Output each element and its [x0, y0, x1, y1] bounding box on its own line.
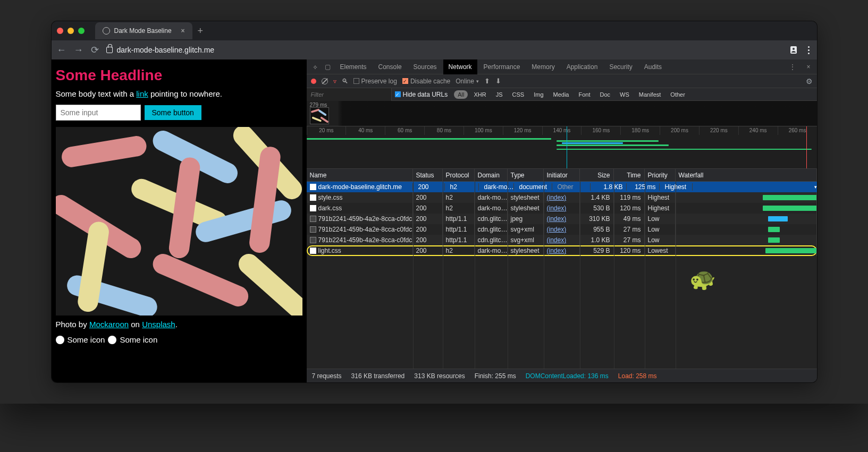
chrome-menu-icon[interactable] — [806, 46, 812, 54]
col-protocol[interactable]: Protocol — [443, 169, 475, 181]
globe-icon — [103, 27, 110, 35]
timing-ruler[interactable]: 20 ms 40 ms 60 ms 80 ms 100 ms 120 ms 14… — [307, 126, 817, 169]
chip-other[interactable]: Other — [667, 90, 689, 99]
type-chips: All XHR JS CSS Img Media Font Doc WS Man… — [454, 90, 689, 99]
tab-network[interactable]: Network — [443, 59, 477, 74]
devtools-close-icon[interactable]: × — [803, 63, 813, 71]
status-finish: Finish: 255 ms — [475, 372, 516, 380]
forward-button[interactable]: → — [74, 45, 83, 56]
table-row[interactable]: 791b2241-459b-4a2e-8cca-c0fdc2…200http/1… — [307, 214, 817, 224]
svg-point-1 — [793, 48, 795, 50]
form-row: Some button — [56, 105, 302, 121]
icon-text-1: Some icon — [68, 335, 105, 344]
chip-manifest[interactable]: Manifest — [635, 90, 665, 99]
chip-ws[interactable]: WS — [616, 90, 633, 99]
overview-strip[interactable]: 279 ms — [307, 101, 817, 126]
col-initiator[interactable]: Initiator — [544, 169, 580, 181]
url-host: dark-mode-baseline.glitch.me — [117, 46, 215, 54]
download-har-icon[interactable]: ⬇︎ — [495, 77, 501, 85]
table-row[interactable]: 791b2241-459b-4a2e-8cca-c0fdc2…200http/1… — [307, 224, 817, 235]
table-row[interactable]: style.css200h2dark-mo…stylesheet(index)1… — [307, 192, 817, 203]
filter-input[interactable] — [307, 88, 392, 101]
close-window-button[interactable] — [57, 28, 63, 34]
tick: 100 ms — [464, 126, 503, 135]
hero-image — [56, 127, 302, 315]
zoom-window-button[interactable] — [78, 28, 85, 34]
sample-button[interactable]: Some button — [144, 105, 202, 121]
profile-icon[interactable] — [789, 45, 798, 55]
tab-performance[interactable]: Performance — [478, 59, 526, 74]
svg-line-14 — [259, 157, 270, 242]
col-name[interactable]: Name — [307, 169, 413, 181]
tick: 160 ms — [581, 126, 620, 135]
tick: 80 ms — [424, 126, 464, 135]
chip-css[interactable]: CSS — [509, 90, 528, 99]
new-tab-button[interactable]: + — [198, 26, 204, 36]
table-row[interactable]: dark.css200h2dark-mo…stylesheet(index)53… — [307, 203, 817, 214]
tab-security[interactable]: Security — [604, 59, 637, 74]
body-link[interactable]: link — [136, 89, 148, 98]
tick: 20 ms — [307, 126, 346, 135]
browser-window: Dark Mode Baseline × + ← → ⟳ dark-mode-b… — [52, 21, 817, 382]
clear-button[interactable] — [322, 78, 328, 84]
inspect-icon[interactable]: ⟡ — [310, 63, 321, 71]
chip-font[interactable]: Font — [575, 90, 594, 99]
tab-elements[interactable]: Elements — [335, 59, 372, 74]
status-dcl: DOMContentLoaded: 136 ms — [526, 372, 609, 380]
chip-media[interactable]: Media — [550, 90, 573, 99]
col-time[interactable]: Time — [614, 169, 645, 181]
chip-js[interactable]: JS — [492, 90, 507, 99]
chip-all[interactable]: All — [454, 90, 468, 99]
record-button[interactable] — [311, 79, 316, 84]
hide-data-urls-checkbox[interactable]: ✓Hide data URLs — [395, 91, 448, 98]
reload-button[interactable]: ⟳ — [91, 44, 99, 56]
disable-cache-label: Disable cache — [410, 78, 450, 85]
devtools-menu-icon[interactable]: ⋮ — [786, 63, 799, 71]
filter-toggle-icon[interactable]: ▿ — [333, 78, 336, 85]
svg-line-13 — [179, 168, 190, 248]
tick: 180 ms — [620, 126, 660, 135]
icon-text-2: Some icon — [120, 335, 157, 344]
address-bar[interactable]: dark-mode-baseline.glitch.me — [106, 46, 781, 54]
back-button[interactable]: ← — [57, 45, 66, 56]
icon-row: Some icon Some icon — [56, 335, 302, 344]
col-domain[interactable]: Domain — [475, 169, 508, 181]
col-priority[interactable]: Priority — [645, 169, 676, 181]
tab-console[interactable]: Console — [373, 59, 407, 74]
tick: 260 ms — [778, 126, 817, 135]
page-body: Some body text with a link pointing to n… — [56, 89, 302, 98]
tab-memory[interactable]: Memory — [526, 59, 560, 74]
caption-site-link[interactable]: Unsplash — [142, 320, 175, 329]
col-waterfall[interactable]: Waterfall — [676, 169, 817, 181]
chip-doc[interactable]: Doc — [596, 90, 614, 99]
minimize-window-button[interactable] — [68, 28, 74, 34]
tab-audits[interactable]: Audits — [639, 59, 667, 74]
traffic-lights — [57, 28, 85, 34]
sun-icon — [108, 336, 116, 344]
search-icon[interactable]: 🔍︎ — [342, 78, 348, 85]
settings-gear-icon[interactable]: ⚙ — [806, 77, 813, 86]
table-row[interactable]: 791b2241-459b-4a2e-8cca-c0fdc2…200http/1… — [307, 235, 817, 245]
toolbar: ← → ⟳ dark-mode-baseline.glitch.me — [52, 40, 817, 59]
tab-title: Dark Mode Baseline — [114, 27, 172, 35]
chip-xhr[interactable]: XHR — [470, 90, 490, 99]
table-row[interactable]: dark-mode-baseline.glitch.me200h2dark-mo… — [307, 182, 817, 192]
chip-img[interactable]: Img — [530, 90, 547, 99]
col-type[interactable]: Type — [508, 169, 544, 181]
col-size[interactable]: Size — [580, 169, 614, 181]
browser-tab[interactable]: Dark Mode Baseline × — [95, 22, 192, 39]
caption-author-link[interactable]: Mockaroon — [89, 320, 129, 329]
tab-sources[interactable]: Sources — [408, 59, 442, 74]
table-header: Name Status Protocol Domain Type Initiat… — [307, 169, 817, 182]
tab-application[interactable]: Application — [561, 59, 603, 74]
table-row[interactable]: light.css200h2dark-mo…stylesheet(index)5… — [307, 245, 817, 256]
col-status[interactable]: Status — [413, 169, 443, 181]
disable-cache-checkbox[interactable]: ✓Disable cache — [402, 78, 450, 85]
upload-har-icon[interactable]: ⬆︎ — [484, 77, 490, 85]
sample-input[interactable] — [56, 105, 141, 121]
tab-close-icon[interactable]: × — [181, 27, 185, 35]
content-area: Some Headline Some body text with a link… — [52, 59, 817, 382]
throttling-select[interactable]: Online — [456, 78, 479, 85]
device-mode-icon[interactable]: ▢ — [322, 63, 334, 71]
preserve-log-checkbox[interactable]: Preserve log — [353, 78, 397, 85]
